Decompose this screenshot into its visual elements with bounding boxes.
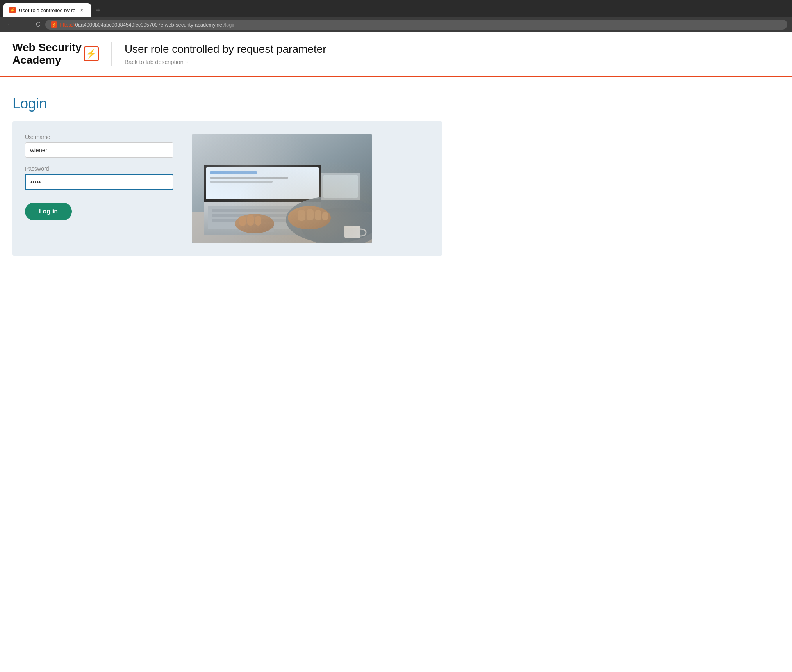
logo-text: Web Security Academy xyxy=(12,41,82,66)
login-form-section: Username Password Log in xyxy=(25,134,173,220)
logo-icon-box: ⚡ xyxy=(84,46,99,61)
username-input[interactable] xyxy=(25,142,173,158)
logo-bolt-icon: ⚡ xyxy=(86,49,96,59)
back-to-lab-link[interactable]: Back to lab description » xyxy=(125,59,326,65)
address-bar-row: ← → C ⚡ https://0aa4009b04abc90d84549fcc… xyxy=(0,17,792,32)
username-label: Username xyxy=(25,134,173,140)
username-group: Username xyxy=(25,134,173,158)
page-content: Web Security Academy ⚡ User role control… xyxy=(0,32,792,274)
laptop-image xyxy=(192,134,372,243)
scene-overlay xyxy=(192,134,372,243)
url-https: https:// xyxy=(60,22,75,28)
header-divider xyxy=(111,42,112,66)
password-input[interactable] xyxy=(25,174,173,190)
logo[interactable]: Web Security Academy ⚡ xyxy=(12,41,99,66)
laptop-scene-graphic xyxy=(192,134,372,243)
login-card: Username Password Log in xyxy=(12,121,442,256)
tab-bar: ⚡ User role controlled by re × + xyxy=(0,0,792,17)
forward-button[interactable]: → xyxy=(20,20,31,30)
bolt-icon: ⚡ xyxy=(52,23,56,27)
address-bar[interactable]: ⚡ https://0aa4009b04abc90d84549fcc005700… xyxy=(45,20,787,30)
back-button[interactable]: ← xyxy=(5,20,16,30)
security-icon: ⚡ xyxy=(51,21,57,28)
favicon-bolt-icon: ⚡ xyxy=(10,8,15,13)
new-tab-button[interactable]: + xyxy=(93,4,103,16)
main-content: Login Username Password Log in xyxy=(0,77,792,274)
browser-chrome: ⚡ User role controlled by re × + ← → C ⚡… xyxy=(0,0,792,32)
password-label: Password xyxy=(25,165,173,172)
logo-text-block: Web Security Academy xyxy=(12,41,82,66)
url-path: /login xyxy=(224,22,236,28)
login-image xyxy=(192,134,372,243)
login-heading: Login xyxy=(12,96,780,112)
back-link-text: Back to lab description xyxy=(125,59,184,65)
url-domain: 0aa4009b04abc90d84549fcc0057007e.web-sec… xyxy=(75,22,224,28)
tab-favicon: ⚡ xyxy=(9,7,16,13)
tab-title: User role controlled by re xyxy=(19,7,75,13)
password-group: Password xyxy=(25,165,173,190)
login-button[interactable]: Log in xyxy=(25,203,72,220)
active-tab[interactable]: ⚡ User role controlled by re × xyxy=(3,3,91,17)
page-title: User role controlled by request paramete… xyxy=(125,43,326,55)
chevron-right-icon: » xyxy=(185,59,188,65)
tab-close-button[interactable]: × xyxy=(78,6,85,14)
refresh-button[interactable]: C xyxy=(36,21,41,28)
url-display: https://0aa4009b04abc90d84549fcc0057007e… xyxy=(60,22,236,28)
header-info: User role controlled by request paramete… xyxy=(125,43,326,65)
site-header: Web Security Academy ⚡ User role control… xyxy=(0,32,792,77)
